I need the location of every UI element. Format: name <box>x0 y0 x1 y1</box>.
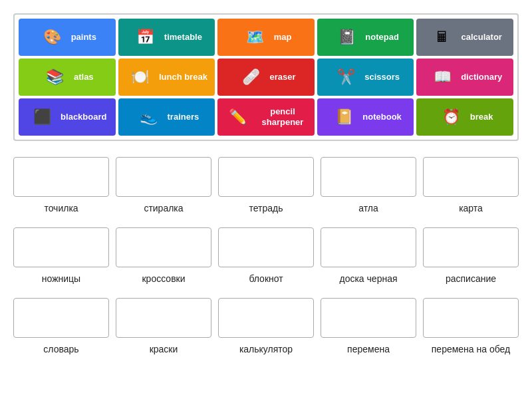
tile-icon-scissors: ✂️ <box>331 63 360 92</box>
drop-item-drop-stiralka: стиралка <box>116 157 211 214</box>
drop-item-drop-krossovki: кроссовки <box>116 227 211 285</box>
drop-label-drop-nozhnicy: ножницы <box>42 273 80 285</box>
drop-box-drop-kalkulator[interactable] <box>218 298 314 338</box>
tile-label-lunch-break: lunch break <box>159 72 207 82</box>
drop-item-drop-karta: карта <box>423 157 519 214</box>
drop-row-1: ножницыкроссовкиблокнотдоска чернаяраспи… <box>13 227 519 285</box>
tile-icon-trainers: 👟 <box>134 102 164 132</box>
tile-label-scissors: scissors <box>364 72 400 82</box>
tile-lunch-break[interactable]: 🍽️lunch break <box>118 59 215 96</box>
tile-icon-blackboard: ⬛ <box>27 102 57 132</box>
drop-box-drop-krossovki[interactable] <box>116 227 211 267</box>
tile-icon-notepad: 📓 <box>332 23 361 52</box>
drop-box-drop-stiralka[interactable] <box>116 157 211 197</box>
word-tiles-grid: 🎨paints📅timetable🗺️map📓notepad🖩calculato… <box>13 13 519 141</box>
drop-box-drop-doska[interactable] <box>321 227 416 267</box>
drop-label-drop-krossovki: кроссовки <box>142 273 185 285</box>
tile-label-eraser: eraser <box>269 72 295 82</box>
tile-label-trainers: trainers <box>168 112 200 122</box>
drop-section: точилкастиралкатетрадьатлакартаножницыкр… <box>13 157 519 356</box>
drop-item-drop-peremena-obed: перемена на обед <box>423 298 519 355</box>
drop-item-drop-tochilka: точилка <box>13 157 109 214</box>
tile-label-notebook: notebook <box>362 112 402 122</box>
drop-box-drop-slovar[interactable] <box>13 298 109 338</box>
tile-atlas[interactable]: 📚atlas <box>19 59 116 96</box>
drop-box-drop-raspisanie[interactable] <box>423 227 519 267</box>
tile-label-timetable: timetable <box>164 32 202 43</box>
tile-calculator[interactable]: 🖩calculator <box>416 19 513 56</box>
drop-item-drop-kraski: краски <box>116 298 211 355</box>
tile-paints[interactable]: 🎨paints <box>19 19 116 56</box>
tile-icon-atlas: 📚 <box>41 63 70 92</box>
tile-icon-pencil-sharpener: ✏️ <box>223 102 252 132</box>
drop-label-drop-slovar: словарь <box>43 343 78 355</box>
tile-map[interactable]: 🗺️map <box>217 19 315 56</box>
drop-item-drop-kalkulator: калькулятор <box>218 298 314 355</box>
drop-item-drop-slovar: словарь <box>13 298 109 355</box>
drop-box-drop-nozhnicy[interactable] <box>13 227 109 267</box>
tile-label-break: break <box>470 112 493 122</box>
drop-label-drop-atlas: атла <box>358 202 378 214</box>
tile-label-blackboard: blackboard <box>61 112 106 122</box>
drop-item-drop-peremena: перемена <box>321 298 416 355</box>
tile-icon-calculator: 🖩 <box>428 23 457 52</box>
tile-label-calculator: calculator <box>461 32 501 43</box>
drop-box-drop-bloknot[interactable] <box>218 227 314 267</box>
tile-label-atlas: atlas <box>74 72 94 82</box>
tile-label-paints: paints <box>71 32 96 43</box>
drop-box-drop-tochilka[interactable] <box>13 157 109 197</box>
drop-item-drop-tetrad: тетрадь <box>218 157 314 214</box>
drop-row-0: точилкастиралкатетрадьатлакарта <box>13 157 519 214</box>
tile-scissors[interactable]: ✂️scissors <box>317 59 414 96</box>
tile-icon-lunch-break: 🍽️ <box>126 63 155 92</box>
drop-box-drop-atlas[interactable] <box>321 157 416 197</box>
drop-item-drop-atlas: атла <box>321 157 416 214</box>
drop-label-drop-bloknot: блокнот <box>249 273 283 285</box>
drop-label-drop-stiralka: стиралка <box>144 202 183 214</box>
drop-box-drop-karta[interactable] <box>423 157 519 197</box>
drop-box-drop-peremena[interactable] <box>321 298 416 338</box>
drop-label-drop-tochilka: точилка <box>44 202 78 214</box>
tile-icon-timetable: 📅 <box>131 23 160 52</box>
drop-box-drop-kraski[interactable] <box>116 298 211 338</box>
drop-item-drop-doska: доска черная <box>321 227 416 285</box>
tile-notebook[interactable]: 📔notebook <box>317 98 414 136</box>
tile-label-pencil-sharpener: pencil sharpener <box>256 106 309 127</box>
tile-icon-dictionary: 📖 <box>428 63 457 92</box>
tile-icon-map: 🗺️ <box>241 23 270 52</box>
drop-label-drop-raspisanie: расписание <box>446 273 496 285</box>
tile-icon-notebook: 📔 <box>329 102 358 132</box>
drop-row-2: словарькраскикалькуляторпеременаперемена… <box>13 298 519 355</box>
drop-label-drop-kraski: краски <box>150 343 178 355</box>
drop-box-drop-tetrad[interactable] <box>218 157 314 197</box>
drop-item-drop-nozhnicy: ножницы <box>13 227 109 285</box>
tile-notepad[interactable]: 📓notepad <box>317 19 414 56</box>
drop-label-drop-kalkulator: калькулятор <box>239 343 293 355</box>
drop-box-drop-peremena-obed[interactable] <box>423 298 519 338</box>
tile-timetable[interactable]: 📅timetable <box>118 19 215 56</box>
drop-label-drop-peremena-obed: перемена на обед <box>432 343 510 355</box>
drop-item-drop-bloknot: блокнот <box>218 227 314 285</box>
drop-item-drop-raspisanie: расписание <box>423 227 519 285</box>
tile-label-map: map <box>274 32 292 43</box>
drop-label-drop-peremena: перемена <box>347 343 390 355</box>
tile-icon-break: ⏰ <box>437 102 466 132</box>
tile-label-dictionary: dictionary <box>461 72 502 82</box>
drop-label-drop-doska: доска черная <box>339 273 397 285</box>
tile-label-notepad: notepad <box>365 32 399 43</box>
tile-blackboard[interactable]: ⬛blackboard <box>19 98 116 136</box>
tile-eraser[interactable]: 🩹eraser <box>217 59 315 96</box>
tile-break[interactable]: ⏰break <box>416 98 513 136</box>
drop-label-drop-tetrad: тетрадь <box>249 202 283 214</box>
tile-icon-paints: 🎨 <box>38 23 67 52</box>
tile-trainers[interactable]: 👟trainers <box>118 98 215 136</box>
drop-label-drop-karta: карта <box>459 202 483 214</box>
tile-dictionary[interactable]: 📖dictionary <box>416 59 513 96</box>
tile-icon-eraser: 🩹 <box>236 63 265 92</box>
tile-pencil-sharpener[interactable]: ✏️pencil sharpener <box>217 98 315 136</box>
